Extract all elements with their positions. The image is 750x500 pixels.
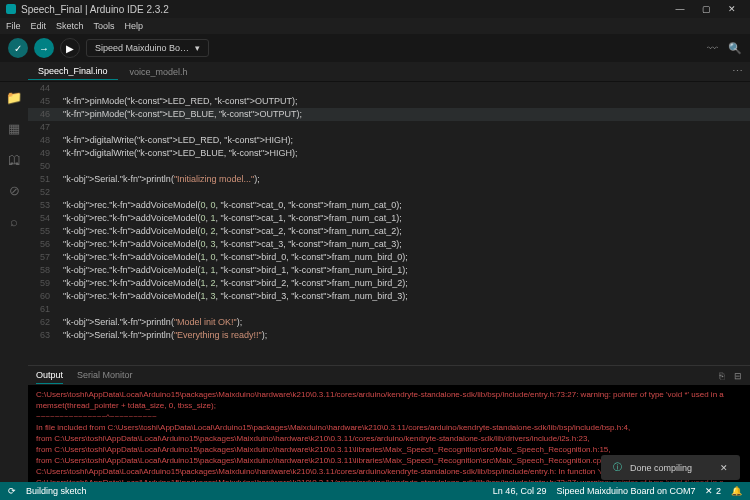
expand-output-icon[interactable]: ⊟	[734, 371, 742, 381]
menu-edit[interactable]: Edit	[31, 21, 47, 31]
menu-help[interactable]: Help	[125, 21, 144, 31]
menu-file[interactable]: File	[6, 21, 21, 31]
maximize-button[interactable]: ▢	[694, 0, 718, 18]
folder-icon[interactable]: 📁	[6, 90, 22, 105]
status-left-text: Building sketch	[26, 486, 87, 496]
tab-overflow[interactable]: ⋯	[732, 65, 744, 78]
menu-sketch[interactable]: Sketch	[56, 21, 84, 31]
menu-bar: File Edit Sketch Tools Help	[0, 18, 750, 34]
debug-button[interactable]: ▶	[60, 38, 80, 58]
search-icon[interactable]: ⌕	[10, 214, 18, 229]
status-board: Sipeed Maixduino Board on COM7	[556, 486, 695, 496]
board-label: Sipeed Maixduino Bo…	[95, 43, 189, 53]
close-button[interactable]: ✕	[720, 0, 744, 18]
serial-plotter-icon[interactable]: 〰	[707, 42, 718, 55]
status-sync-icon[interactable]: ⟳	[8, 486, 16, 496]
chevron-down-icon: ▾	[195, 43, 200, 53]
menu-tools[interactable]: Tools	[94, 21, 115, 31]
debug-icon[interactable]: ⊘	[9, 183, 20, 198]
tab-sketch[interactable]: Speech_Final.ino	[28, 63, 118, 80]
status-errors: ✕ 2	[705, 486, 721, 496]
copy-output-icon[interactable]: ⎘	[719, 371, 724, 381]
window-title: Speech_Final | Arduino IDE 2.3.2	[21, 4, 169, 15]
upload-button[interactable]: →	[34, 38, 54, 58]
notification-close[interactable]: ✕	[720, 463, 728, 473]
status-cursor: Ln 46, Col 29	[493, 486, 547, 496]
output-tab[interactable]: Output	[36, 367, 63, 384]
tab-header[interactable]: voice_model.h	[120, 64, 198, 80]
boards-icon[interactable]: ▦	[8, 121, 20, 136]
serial-monitor-icon[interactable]: 🔍	[728, 42, 742, 55]
info-icon: ⓘ	[613, 461, 622, 474]
board-selector[interactable]: Sipeed Maixduino Bo… ▾	[86, 39, 209, 57]
minimize-button[interactable]: ―	[668, 0, 692, 18]
notification: ⓘ Done compiling ✕	[601, 455, 740, 480]
app-icon	[6, 4, 16, 14]
status-bell-icon[interactable]: 🔔	[731, 486, 742, 496]
code-editor[interactable]: 4445 "k-fn">pinMode("k-const">LED_RED, "…	[28, 82, 750, 365]
serial-monitor-tab[interactable]: Serial Monitor	[77, 367, 133, 384]
library-icon[interactable]: 🕮	[8, 152, 21, 167]
notification-text: Done compiling	[630, 463, 692, 473]
verify-button[interactable]: ✓	[8, 38, 28, 58]
